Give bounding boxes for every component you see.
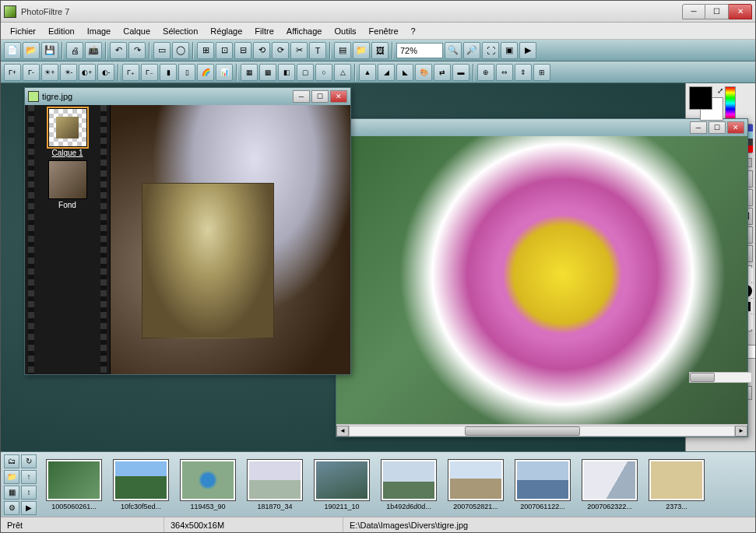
thumbnail-item[interactable]: 10fc30f5ed... [110, 459, 172, 510]
relief-up-icon[interactable]: ◢ [378, 64, 395, 81]
fit-icon[interactable]: ⊡ [216, 42, 233, 59]
hue-icon[interactable]: 🌈 [197, 64, 214, 81]
thumbnail-image[interactable] [46, 459, 102, 501]
text-icon[interactable]: T [309, 42, 326, 59]
thumbnail-image[interactable] [381, 459, 437, 501]
child-close-button[interactable]: ✕ [727, 121, 744, 134]
thumbnail-image[interactable] [582, 459, 638, 501]
sepia-icon[interactable]: ▢ [297, 64, 314, 81]
thumb-sort-icon[interactable]: ↕ [21, 486, 37, 500]
scanner-icon[interactable]: 📠 [85, 42, 102, 59]
color-spectrum[interactable] [725, 86, 736, 121]
child-titlebar-flower[interactable]: ─ ☐ ✕ [336, 119, 747, 136]
menu-affichage[interactable]: Affichage [280, 25, 329, 37]
pression-slider[interactable] [689, 372, 752, 383]
dither1-icon[interactable]: ▦ [241, 64, 258, 81]
thumb-up-icon[interactable]: ↑ [21, 470, 37, 484]
minimize-button[interactable]: ─ [682, 4, 705, 19]
folder-icon[interactable]: 📁 [353, 42, 370, 59]
contrast-plus-icon[interactable]: ◐+ [79, 64, 96, 81]
thumb-view-icon[interactable]: ▦ [4, 486, 19, 500]
histogram-icon[interactable]: 📊 [216, 64, 233, 81]
gamma-minus-icon[interactable]: Γ- [23, 64, 40, 81]
swap-colors-icon[interactable]: ⤢ [717, 86, 723, 95]
fit-all-icon[interactable]: ⊟ [234, 42, 251, 59]
scroll-track[interactable] [349, 426, 735, 437]
thumbnail-item[interactable]: 2007052821... [445, 459, 507, 510]
menu-fichier[interactable]: Fichier [4, 25, 42, 37]
titlebar[interactable]: PhotoFiltre 7 ─ ☐ ✕ [1, 1, 755, 23]
rotate-left-icon[interactable]: ⟲ [253, 42, 270, 59]
thumbnail-item[interactable]: 2373... [645, 459, 708, 510]
child-minimize-button[interactable]: ─ [690, 121, 707, 134]
child-minimize-button[interactable]: ─ [293, 90, 310, 103]
menu-slection[interactable]: Sélection [156, 25, 204, 37]
thumbnail-image[interactable] [247, 459, 303, 501]
undo-icon[interactable]: ↶ [110, 42, 127, 59]
child-hscroll-flower[interactable]: ◄ ► [336, 424, 747, 437]
thumb-refresh-icon[interactable]: ↻ [21, 454, 37, 468]
image-view-flower[interactable] [336, 136, 747, 424]
crop-icon[interactable]: ✂ [290, 42, 308, 59]
rect-select-icon[interactable]: ▭ [153, 42, 171, 59]
blur-icon[interactable]: ○ [315, 64, 332, 81]
relief-down-icon[interactable]: ◣ [396, 64, 413, 81]
ellipse-select-icon[interactable]: ◯ [172, 42, 189, 59]
new-icon[interactable]: 📄 [4, 42, 21, 59]
child-maximize-button[interactable]: ☐ [311, 90, 329, 103]
module-icon[interactable]: ⊞ [533, 64, 550, 81]
sharpen-icon[interactable]: △ [334, 64, 351, 81]
pression-thumb[interactable] [690, 373, 715, 382]
zoom-out-icon[interactable]: 🔎 [463, 42, 480, 59]
thumbnail-image[interactable] [113, 459, 169, 501]
brightness-minus-icon[interactable]: ☀- [60, 64, 77, 81]
thumb-filter-icon[interactable]: ⚙ [4, 501, 19, 515]
menu-edition[interactable]: Edition [42, 25, 81, 37]
menu-calque[interactable]: Calque [117, 25, 156, 37]
grayscale-icon[interactable]: ◧ [278, 64, 295, 81]
zoom-in-icon[interactable]: 🔍 [445, 42, 462, 59]
thumbnail-item[interactable]: 119453_90 [177, 459, 239, 510]
actual-size-icon[interactable]: ⊞ [197, 42, 214, 59]
thumb-tree-icon[interactable]: 🗂 [4, 454, 19, 468]
menu-outils[interactable]: Outils [328, 25, 362, 37]
slideshow-icon[interactable]: ▶ [519, 42, 536, 59]
menu-image[interactable]: Image [81, 25, 118, 37]
menu-[interactable]: ? [405, 25, 422, 37]
redo-icon[interactable]: ↷ [128, 42, 146, 59]
close-button[interactable]: ✕ [729, 4, 752, 19]
thumbnail-item[interactable]: 181870_34 [244, 459, 306, 510]
zoom-fit-icon[interactable]: ⛶ [482, 42, 499, 59]
color-balance-icon[interactable]: 🎨 [415, 64, 432, 81]
brightness-plus-icon[interactable]: ☀+ [41, 64, 58, 81]
zoom-input[interactable] [396, 43, 443, 58]
scroll-left-button[interactable]: ◄ [336, 426, 349, 437]
maximize-button[interactable]: ☐ [705, 4, 729, 19]
menu-fentre[interactable]: Fenêtre [363, 25, 405, 37]
gamma-correct-minus-icon[interactable]: Γ₋ [141, 64, 158, 81]
flip-h-icon[interactable]: ⇔ [496, 64, 513, 81]
rotate-right-icon[interactable]: ⟳ [272, 42, 289, 59]
layer-item[interactable]: Fond [28, 160, 107, 209]
scroll-thumb[interactable] [465, 426, 580, 436]
thumbnail-image[interactable] [180, 459, 236, 501]
document-window-flower[interactable]: ─ ☐ ✕ ◄ ► [336, 118, 748, 437]
thumbnail-image[interactable] [448, 459, 504, 501]
save-icon[interactable]: 💾 [41, 42, 58, 59]
thumbnail-item[interactable]: 190211_10 [311, 459, 373, 510]
saturation-minus-icon[interactable]: ▯ [178, 64, 195, 81]
swap-channels-icon[interactable]: ⇄ [434, 64, 451, 81]
foreground-background-swatch[interactable]: ⤢ [689, 86, 723, 121]
thumbnail-item[interactable]: 1005060261... [43, 459, 105, 510]
child-maximize-button[interactable]: ☐ [709, 121, 726, 134]
gradient-icon[interactable]: ▬ [452, 64, 469, 81]
open-icon[interactable]: 📂 [23, 42, 40, 59]
sharpen-more-icon[interactable]: ▲ [359, 64, 376, 81]
dither2-icon[interactable]: ▩ [259, 64, 276, 81]
saturation-plus-icon[interactable]: ▮ [160, 64, 177, 81]
thumbnail-image[interactable] [314, 459, 370, 501]
thumb-folder-icon[interactable]: 📁 [4, 470, 19, 484]
gamma-plus-icon[interactable]: Γ+ [4, 64, 21, 81]
thumbnail-image[interactable] [515, 459, 571, 501]
thumbnail-item[interactable]: 2007062322... [578, 459, 641, 510]
